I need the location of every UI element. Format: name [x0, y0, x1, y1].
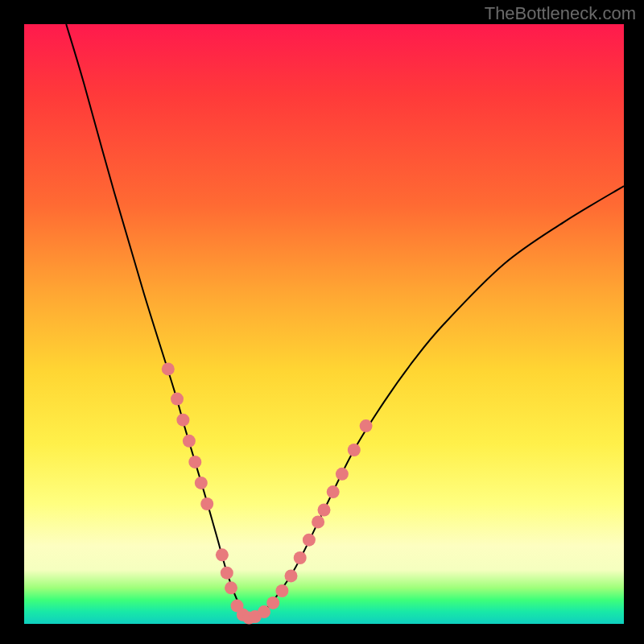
curve-marker-dot: [348, 444, 361, 456]
curve-marker-dot: [312, 515, 324, 528]
curve-marker-dot: [188, 456, 201, 469]
curve-marker-dot: [221, 567, 233, 580]
curve-marker-group: [162, 362, 373, 624]
curve-marker-dot: [266, 597, 279, 609]
curve-marker-dot: [171, 393, 184, 406]
curve-marker-dot: [360, 419, 373, 432]
curve-marker-dot: [327, 485, 340, 498]
bottleneck-curve: [66, 24, 624, 618]
curve-marker-dot: [200, 497, 213, 510]
curve-marker-dot: [336, 468, 349, 481]
curve-marker-dot: [294, 551, 307, 564]
chart-svg: [24, 24, 624, 624]
curve-marker-dot: [183, 435, 196, 448]
curve-marker-dot: [275, 584, 288, 597]
curve-marker-dot: [176, 414, 189, 427]
curve-marker-dot: [318, 504, 331, 517]
watermark-text: TheBottleneck.com: [485, 3, 636, 24]
curve-marker-dot: [195, 477, 208, 489]
curve-marker-dot: [162, 362, 175, 375]
curve-marker-dot: [303, 534, 316, 547]
curve-marker-dot: [225, 581, 237, 594]
chart-frame: TheBottleneck.com: [0, 0, 644, 644]
curve-marker-dot: [285, 569, 298, 582]
curve-marker-dot: [216, 548, 229, 561]
